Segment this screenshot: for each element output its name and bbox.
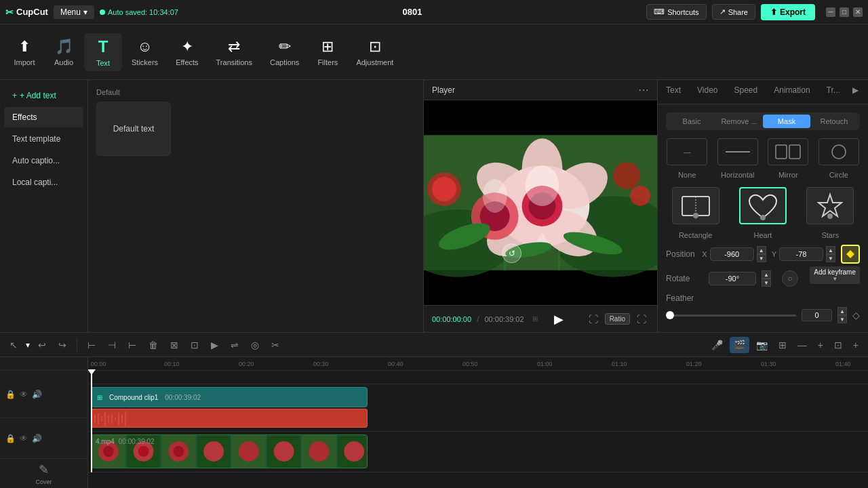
undo-button[interactable]: ↩ — [34, 337, 50, 353]
mask-stars[interactable]: Stars — [801, 187, 860, 239]
tool-transitions[interactable]: ⇄ Transitions — [208, 34, 260, 70]
subtab-mask[interactable]: Mask — [763, 115, 810, 128]
menu-button[interactable]: Menu ▾ — [54, 5, 94, 19]
mask-none[interactable]: — None — [666, 138, 709, 179]
redo-button[interactable]: ↪ — [54, 337, 71, 353]
x-step-down[interactable]: ▼ — [757, 254, 766, 262]
x-step-up[interactable]: ▲ — [757, 246, 766, 254]
minimize-button[interactable]: ─ — [826, 7, 835, 17]
audio-icon-track-2[interactable]: 🔊 — [32, 434, 42, 443]
tabs-more-button[interactable]: ▶ — [848, 80, 863, 104]
player-menu-icon[interactable]: ⋯ — [638, 83, 649, 96]
delete-button[interactable]: 🗑 — [144, 337, 162, 353]
ruler-mark-3: 00:30 — [313, 361, 329, 367]
text-icon: T — [98, 37, 108, 56]
tab-animation[interactable]: Animation — [766, 80, 818, 104]
add-text-button[interactable]: + + Add text — [4, 85, 83, 106]
frame-layout-icon[interactable]: ⊞ — [532, 315, 538, 323]
tool-stickers[interactable]: ☺ Stickers — [123, 34, 166, 70]
position-x-input[interactable] — [710, 247, 754, 261]
tab-speed[interactable]: Speed — [726, 80, 766, 104]
split-button[interactable]: ⊢ — [83, 337, 100, 353]
y-step-down[interactable]: ▼ — [826, 254, 835, 262]
timeline-tracks: ⊞ Compound clip1 00:00:39:02 — [88, 371, 868, 472]
tool-filters[interactable]: ⊞ Filters — [309, 34, 347, 70]
screenshot-button[interactable]: ⊞ — [774, 337, 791, 353]
add-keyframe-button[interactable] — [841, 245, 860, 264]
right-tabs: Text Video Speed Animation Tr... ▶ — [658, 80, 868, 104]
mask-horizontal[interactable]: Horizontal — [717, 138, 760, 179]
shortcuts-button[interactable]: ⌨ Shortcuts — [646, 4, 706, 20]
playback-button[interactable]: ▶ — [207, 337, 222, 353]
tool-adjustment[interactable]: ⊡ Adjustment — [348, 34, 401, 70]
crop-button[interactable]: ⊠ — [166, 337, 182, 353]
fullscreen-icon[interactable]: ⛶ — [634, 312, 649, 326]
tab-video[interactable]: Video — [689, 80, 726, 104]
flip-button[interactable]: ⇌ — [226, 337, 243, 353]
maximize-button[interactable]: □ — [840, 7, 849, 17]
mask-rectangle[interactable]: Rectangle — [666, 187, 725, 239]
cover-button[interactable]: ✎ Cover — [30, 460, 57, 488]
trim-prev-button[interactable]: ⊣ — [104, 337, 120, 353]
tool-import[interactable]: ⬆ Import — [5, 34, 43, 70]
camera-button[interactable]: 📷 — [752, 337, 772, 353]
video-camera-button[interactable]: 🎬 — [730, 337, 749, 353]
feather-step-down[interactable]: ▼ — [837, 315, 847, 323]
mask-heart[interactable]: Heart — [733, 187, 792, 239]
local-caption-nav-button[interactable]: Local capti... — [4, 172, 83, 192]
add-track-button[interactable]: + — [849, 337, 863, 353]
effects-nav-button[interactable]: Effects — [4, 107, 83, 127]
tool-effects[interactable]: ✦ Effects — [167, 34, 206, 70]
select-tool-button[interactable]: ↖ — [5, 337, 22, 353]
visibility-icon[interactable]: 👁 — [20, 390, 28, 399]
mask-mirror[interactable]: Mirror — [767, 138, 810, 179]
position-y-input[interactable] — [779, 247, 823, 261]
fit-button[interactable]: ⊡ — [830, 337, 846, 353]
subtab-retouch[interactable]: Retouch — [810, 115, 858, 128]
subtab-basic[interactable]: Basic — [668, 115, 715, 128]
tool-text[interactable]: T Text — [84, 33, 122, 71]
ratio-button[interactable]: Ratio — [605, 313, 630, 325]
subtab-remove[interactable]: Remove ... — [715, 115, 763, 128]
feather-step-up[interactable]: ▲ — [837, 307, 847, 315]
feather-diamond-icon[interactable]: ◇ — [852, 310, 860, 321]
zoom-in-button[interactable]: + — [814, 337, 827, 353]
scale-button[interactable]: ⊡ — [186, 337, 203, 353]
svg-rect-27 — [776, 145, 787, 159]
trim-next-button[interactable]: ⊢ — [124, 337, 140, 353]
video-clip-label: 4.mp4 — [96, 438, 115, 445]
video-clip[interactable]: 4.mp4 00:00:39:02 — [91, 434, 368, 468]
lock-icon-2[interactable]: 🔒 — [5, 434, 16, 443]
tab-text[interactable]: Text — [658, 80, 689, 104]
stabilize-button[interactable]: ◎ — [247, 337, 263, 353]
visibility-icon-2[interactable]: 👁 — [20, 434, 28, 443]
feather-value-input[interactable] — [802, 309, 832, 321]
main-area: + + Add text Effects Text template Auto … — [0, 80, 868, 332]
text-template-nav-button[interactable]: Text template — [4, 129, 83, 149]
svg-point-75 — [309, 441, 329, 462]
export-button[interactable]: ⬆ Export — [761, 4, 815, 20]
rotate-step-down[interactable]: ▼ — [762, 279, 771, 287]
rotate-step-up[interactable]: ▲ — [762, 270, 771, 279]
cut-button[interactable]: ✂ — [267, 337, 283, 353]
y-step-up[interactable]: ▲ — [826, 246, 835, 254]
audio-icon-track[interactable]: 🔊 — [32, 390, 42, 399]
lock-icon[interactable]: 🔒 — [5, 390, 16, 399]
tool-captions[interactable]: ✏ Captions — [262, 34, 307, 70]
tool-audio[interactable]: 🎵 Audio — [45, 34, 83, 70]
auto-caption-nav-button[interactable]: Auto captio... — [4, 150, 83, 171]
close-button[interactable]: ✕ — [853, 7, 863, 17]
mask-circle[interactable]: Circle — [818, 138, 861, 179]
record-button[interactable]: 🎤 — [707, 337, 727, 353]
tab-tr[interactable]: Tr... — [818, 80, 848, 104]
feather-slider[interactable] — [666, 314, 796, 317]
share-button[interactable]: ↗ Share — [712, 4, 755, 20]
rotate-circle-button[interactable]: ○ — [782, 270, 798, 287]
default-text-card[interactable]: Default text — [96, 102, 171, 156]
zoom-out-button[interactable]: — — [793, 337, 811, 353]
rotate-input[interactable] — [709, 272, 756, 285]
timeline-main: 00:00 00:10 00:20 00:30 00:40 00:50 01:0… — [88, 357, 868, 488]
fullscreen-fit-icon[interactable]: ⛶ — [586, 312, 601, 326]
compound-clip[interactable]: ⊞ Compound clip1 00:00:39:02 — [91, 387, 368, 407]
play-button[interactable]: ▶ — [554, 312, 564, 327]
